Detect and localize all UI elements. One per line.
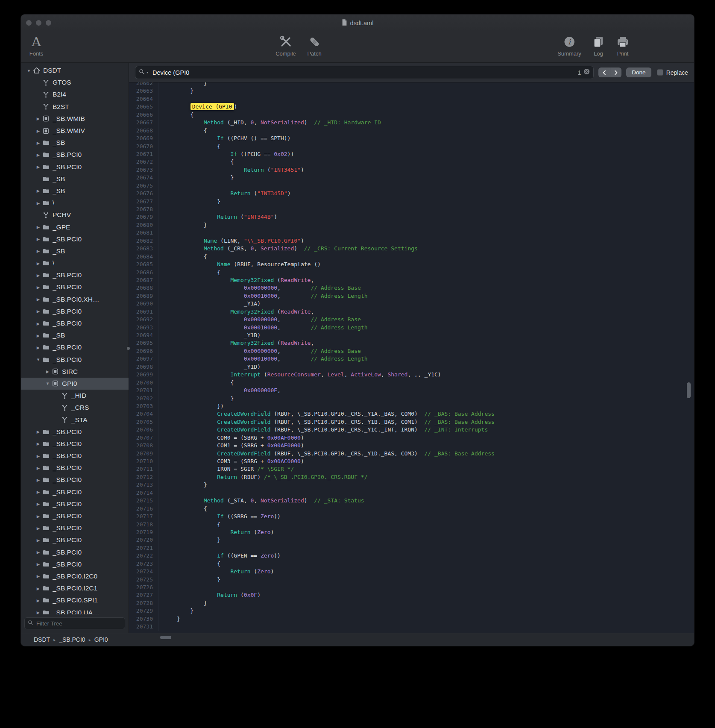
disclosure-icon[interactable]: ▶ bbox=[35, 502, 42, 506]
tree-item[interactable]: ▶_SB bbox=[21, 137, 129, 149]
breadcrumb-item[interactable]: DSDT bbox=[34, 636, 50, 643]
filter-field[interactable] bbox=[24, 617, 125, 629]
tree-item[interactable]: ▶_SB.PCI0 bbox=[21, 281, 129, 293]
tree-item[interactable]: ▶_SB.PCI0 bbox=[21, 269, 129, 281]
patch-button[interactable]: Patch bbox=[307, 34, 321, 57]
disclosure-icon[interactable]: ▶ bbox=[35, 237, 42, 241]
tree-item[interactable]: ▼DSDT bbox=[21, 65, 129, 76]
tree-item[interactable]: ▶_SB.PCI0 bbox=[21, 546, 129, 558]
tree-item[interactable]: ▶_GPE bbox=[21, 221, 129, 233]
tree-item[interactable]: ▶_SB.PCI0 bbox=[21, 450, 129, 462]
tree-item[interactable]: ▶_SB.PCI0.SPI1 bbox=[21, 594, 129, 606]
tree-item[interactable]: ▶_SB.PCI0 bbox=[21, 498, 129, 510]
disclosure-icon[interactable]: ▶ bbox=[35, 225, 42, 229]
tree-item[interactable]: ▶_SB.PCI0 bbox=[21, 305, 129, 317]
done-button[interactable]: Done bbox=[626, 68, 651, 77]
disclosure-icon[interactable]: ▶ bbox=[35, 345, 42, 350]
disclosure-icon[interactable]: ▶ bbox=[35, 249, 42, 253]
tree-item[interactable]: ▶_SB.PCI0.XH… bbox=[21, 294, 129, 305]
pane-splitter-handle[interactable] bbox=[127, 347, 130, 350]
disclosure-icon[interactable]: ▶ bbox=[35, 466, 42, 470]
disclosure-icon[interactable]: ▶ bbox=[35, 333, 42, 338]
tree-item[interactable]: ▶_SB.PCI0 bbox=[21, 510, 129, 522]
disclosure-icon[interactable]: ▶ bbox=[44, 369, 51, 374]
tree-item[interactable]: ▶_SB.PCI0 bbox=[21, 558, 129, 570]
disclosure-icon[interactable]: ▶ bbox=[35, 153, 42, 157]
disclosure-icon[interactable]: ▼ bbox=[25, 68, 32, 73]
disclosure-icon[interactable]: ▶ bbox=[35, 514, 42, 519]
zoom-button[interactable] bbox=[46, 20, 51, 26]
disclosure-icon[interactable]: ▶ bbox=[35, 526, 42, 531]
disclosure-icon[interactable]: ▶ bbox=[35, 273, 42, 278]
tree-item[interactable]: ▶_SB.PCI0 bbox=[21, 522, 129, 534]
disclosure-icon[interactable]: ▶ bbox=[35, 490, 42, 494]
tree-item[interactable]: ▶_SB.PCI0 bbox=[21, 341, 129, 353]
tree-item[interactable]: ▶_SB.PCI0.I2C1 bbox=[21, 582, 129, 594]
code-editor[interactable]: 20662 }20663 }2066420665 Device (GPI0)20… bbox=[129, 82, 694, 633]
disclosure-icon[interactable]: ▶ bbox=[35, 610, 42, 614]
tree-item[interactable]: ▶_SB.PCI0 bbox=[21, 161, 129, 173]
disclosure-icon[interactable]: ▶ bbox=[35, 141, 42, 145]
tree-item[interactable]: ▶\ bbox=[21, 197, 129, 209]
disclosure-icon[interactable]: ▶ bbox=[35, 550, 42, 555]
tree-item[interactable]: ▶_SB bbox=[21, 185, 129, 197]
tree-item[interactable]: PCHV bbox=[21, 209, 129, 221]
disclosure-icon[interactable]: ▶ bbox=[35, 116, 42, 121]
breadcrumb-item[interactable]: GPI0 bbox=[94, 636, 108, 643]
tree-item[interactable]: GTOS bbox=[21, 76, 129, 88]
disclosure-icon[interactable]: ▶ bbox=[35, 478, 42, 482]
tree-item[interactable]: ▼GPI0 bbox=[21, 378, 129, 390]
tree-item[interactable]: ▶_SB.PCI0 bbox=[21, 438, 129, 450]
disclosure-icon[interactable]: ▶ bbox=[35, 201, 42, 205]
disclosure-icon[interactable]: ▼ bbox=[35, 357, 42, 362]
tree-item[interactable]: ▶_SB.PCI0 bbox=[21, 149, 129, 161]
find-previous-button[interactable] bbox=[598, 68, 610, 77]
find-input[interactable] bbox=[152, 69, 576, 76]
disclosure-icon[interactable]: ▶ bbox=[35, 297, 42, 302]
disclosure-icon[interactable]: ▶ bbox=[35, 441, 42, 446]
tree-item[interactable]: ▶_SB.PCI0.UA… bbox=[21, 606, 129, 614]
log-button[interactable]: Log bbox=[592, 34, 605, 57]
filter-input[interactable] bbox=[35, 620, 122, 627]
disclosure-icon[interactable]: ▶ bbox=[35, 574, 42, 578]
disclosure-icon[interactable]: ▶ bbox=[35, 454, 42, 458]
clear-search-icon[interactable] bbox=[583, 68, 590, 76]
breadcrumb-item[interactable]: _SB.PCI0 bbox=[59, 636, 85, 643]
tree-item[interactable]: _SB bbox=[21, 173, 129, 185]
replace-checkbox[interactable] bbox=[657, 69, 663, 76]
tree-item[interactable]: ▶_SB.PCI0 bbox=[21, 317, 129, 329]
print-button[interactable]: Print bbox=[616, 34, 630, 57]
find-search-field[interactable]: ▾ 1 bbox=[135, 66, 594, 79]
disclosure-icon[interactable]: ▶ bbox=[35, 285, 42, 290]
disclosure-icon[interactable]: ▶ bbox=[35, 129, 42, 133]
fonts-button[interactable]: A Fonts bbox=[29, 34, 44, 57]
tree-item[interactable]: ▶\ bbox=[21, 257, 129, 269]
horizontal-scrollbar[interactable] bbox=[160, 636, 171, 639]
disclosure-icon[interactable]: ▶ bbox=[35, 164, 42, 169]
disclosure-icon[interactable]: ▶ bbox=[35, 261, 42, 266]
disclosure-icon[interactable]: ▶ bbox=[35, 562, 42, 567]
tree-item[interactable]: ▶_SB.PCI0.I2C0 bbox=[21, 570, 129, 582]
disclosure-icon[interactable]: ▶ bbox=[35, 309, 42, 314]
disclosure-icon[interactable]: ▶ bbox=[35, 321, 42, 326]
tree-item[interactable]: ▼_SB.PCI0 bbox=[21, 354, 129, 366]
tree-item[interactable]: ▶_SB bbox=[21, 245, 129, 257]
disclosure-icon[interactable]: ▶ bbox=[35, 598, 42, 603]
summary-button[interactable]: i Summary bbox=[557, 34, 581, 57]
disclosure-icon[interactable]: ▶ bbox=[35, 538, 42, 543]
find-next-button[interactable] bbox=[610, 68, 621, 77]
disclosure-icon[interactable]: ▶ bbox=[35, 586, 42, 591]
disclosure-icon[interactable]: ▶ bbox=[35, 188, 42, 193]
vertical-scrollbar[interactable] bbox=[687, 382, 691, 398]
tree-item[interactable]: ▶_SB.PCI0 bbox=[21, 426, 129, 438]
tree-item[interactable]: B2I4 bbox=[21, 88, 129, 100]
tree-item[interactable]: ▶_SB.PCI0 bbox=[21, 486, 129, 498]
tree-item[interactable]: ▶_SB bbox=[21, 329, 129, 341]
tree-item[interactable]: _HID bbox=[21, 390, 129, 402]
tree-item[interactable]: _CRS bbox=[21, 402, 129, 414]
tree-item[interactable]: ▶_SB.PCI0 bbox=[21, 233, 129, 245]
disclosure-icon[interactable]: ▼ bbox=[44, 381, 51, 386]
tree-item[interactable]: ▶_SB.WMIV bbox=[21, 125, 129, 137]
tree-item[interactable]: ▶_SB.PCI0 bbox=[21, 534, 129, 546]
tree-item[interactable]: ▶_SB.WMIB bbox=[21, 113, 129, 125]
